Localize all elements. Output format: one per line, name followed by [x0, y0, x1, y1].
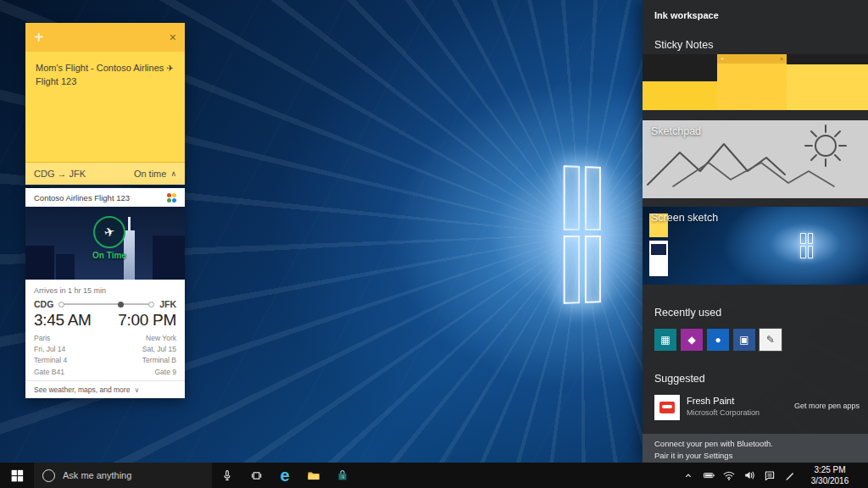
microphone-icon: [221, 469, 233, 481]
battery-status-button[interactable]: [698, 463, 719, 488]
depart-gate: Gate B41: [34, 367, 64, 378]
file-explorer-button[interactable]: [300, 463, 327, 488]
network-status-button[interactable]: [719, 463, 739, 488]
building-silhouette: [153, 236, 185, 280]
arrive-code: JFK: [159, 299, 176, 309]
note-line-2: Flight 123: [36, 76, 76, 86]
building-spire: [128, 217, 131, 230]
microphone-button[interactable]: [214, 463, 241, 488]
suggested-app-name: Fresh Paint: [687, 396, 734, 406]
cortana-search-input[interactable]: Ask me anything: [34, 463, 212, 488]
screen-sketch-preview[interactable]: Screen sketch: [643, 207, 868, 285]
cortana-icon: [42, 469, 55, 482]
action-center-button[interactable]: [760, 463, 780, 488]
sticky-notes-preview[interactable]: + ×: [643, 54, 868, 110]
windows-logo-icon: [11, 469, 24, 482]
chevron-down-icon: ∨: [134, 386, 139, 394]
flight-insight-bar[interactable]: CDG → JFK On time ∧: [25, 162, 185, 185]
close-note-button[interactable]: ×: [170, 31, 176, 43]
note-line-1: Mom's Flight - Contoso Airlines: [36, 63, 164, 73]
status-text: On time: [134, 169, 167, 179]
add-note-button[interactable]: +: [34, 29, 44, 46]
airplane-icon: ✈: [103, 224, 117, 241]
sticky-note-text[interactable]: Mom's Flight - Contoso Airlines✈ Flight …: [25, 52, 185, 89]
folder-icon: [307, 469, 320, 481]
search-placeholder-text: Ask me anything: [63, 470, 131, 480]
chevron-up-icon: ∧: [170, 169, 176, 178]
recent-app-4-icon[interactable]: ▣: [733, 329, 755, 351]
destination-photo: ✈ On Time: [25, 207, 185, 280]
logo-pane: [585, 166, 601, 230]
mini-sticky-note: [643, 81, 724, 110]
chevron-up-icon: [682, 469, 694, 481]
suggested-label: Suggested: [654, 373, 705, 385]
pen-pairing-tip: Connect your pen with Bluetooth. Pair it…: [643, 434, 868, 463]
see-more-text: See weather, maps, and more: [34, 385, 130, 394]
times-row: 3:45 AM 7:00 PM: [25, 309, 185, 330]
pen-icon: [784, 469, 796, 481]
wifi-icon: [723, 469, 735, 481]
arrive-terminal: Terminal B: [142, 355, 176, 366]
sticky-note-window[interactable]: + × Mom's Flight - Contoso Airlines✈ Fli…: [25, 23, 185, 185]
recent-app-2-icon[interactable]: ◆: [681, 329, 703, 351]
flight-details: Paris New York Fri, Jul 14 Sat, Jul 15 T…: [25, 330, 185, 378]
flight-position-dot: [118, 302, 124, 308]
suggested-app-publisher: Microsoft Corporation: [687, 408, 760, 417]
recent-app-1-icon[interactable]: ▦: [654, 329, 676, 351]
windows-ink-button[interactable]: [780, 463, 800, 488]
flight-insight-card[interactable]: Contoso Airlines Flight 123 ✈ On Time Ar…: [25, 188, 185, 398]
depart-time: 3:45 AM: [34, 311, 92, 330]
recent-app-3-icon[interactable]: ●: [707, 329, 729, 351]
see-more-link[interactable]: See weather, maps, and more ∨: [25, 380, 185, 398]
route-text: CDG → JFK: [34, 169, 86, 179]
windows-logo-wallpaper: [564, 165, 601, 304]
flight-status-toggle[interactable]: On time ∧: [134, 169, 176, 179]
ink-workspace-title: Ink workspace: [654, 10, 719, 20]
logo-pane: [585, 236, 601, 303]
mini-screenshot-card: [649, 241, 668, 276]
recent-app-5-pen-icon[interactable]: ✎: [760, 329, 782, 351]
flight-card-header: Contoso Airlines Flight 123: [25, 188, 185, 207]
mini-close-icon: ×: [780, 56, 783, 62]
store-bag-icon: [337, 469, 348, 481]
logo-pane: [564, 236, 580, 304]
sticky-note-titlebar[interactable]: + ×: [25, 23, 185, 52]
pen-tip-settings-link[interactable]: Pair it in your Settings: [654, 451, 732, 460]
flight-card-title: Contoso Airlines Flight 123: [34, 193, 130, 202]
start-button[interactable]: [0, 463, 34, 488]
mini-sticky-note: [787, 64, 868, 110]
desktop: + × Mom's Flight - Contoso Airlines✈ Fli…: [0, 0, 868, 488]
clock-time: 3:25 PM: [802, 464, 858, 475]
arrive-date: Sat, Jul 15: [142, 344, 176, 355]
volume-button[interactable]: [739, 463, 760, 488]
route-row: CDG JFK: [25, 297, 185, 309]
depart-code: CDG: [34, 299, 53, 309]
arrive-gate: Gate 9: [154, 367, 176, 378]
taskbar-clock[interactable]: 3:25 PM 3/30/2016: [802, 464, 858, 486]
get-more-pen-apps-link[interactable]: Get more pen apps: [794, 402, 860, 410]
arrive-time: 7:00 PM: [118, 311, 176, 330]
action-center-icon: [764, 469, 776, 481]
on-time-badge: ✈: [93, 216, 125, 248]
arrival-countdown: Arrives in 1 hr 15 min: [25, 280, 185, 297]
task-view-button[interactable]: [242, 463, 270, 488]
suggested-app-row[interactable]: Fresh Paint Microsoft Corporation Get mo…: [643, 393, 868, 424]
mini-add-icon: +: [721, 56, 724, 62]
mini-sticky-note: + ×: [717, 54, 787, 110]
tray-expand-button[interactable]: [678, 463, 698, 488]
taskbar: Ask me anything e: [0, 463, 868, 488]
clock-date: 3/30/2016: [802, 475, 858, 486]
mini-windows-logo: [800, 233, 813, 258]
edge-icon: e: [280, 467, 289, 484]
store-button[interactable]: [329, 463, 356, 488]
recently-used-label: Recently used: [654, 307, 721, 319]
airplane-icon: ✈: [166, 64, 173, 73]
status-on-time-label: On Time: [76, 251, 142, 260]
insight-provider-icon: [167, 193, 176, 202]
depart-date: Fri, Jul 14: [34, 344, 65, 355]
edge-button[interactable]: e: [271, 463, 298, 488]
battery-icon: [703, 469, 715, 481]
arrive-city: New York: [146, 333, 176, 344]
sketchpad-preview[interactable]: Sketchpad: [643, 120, 868, 198]
recently-used-apps: ▦ ◆ ● ▣ ✎: [654, 329, 782, 351]
